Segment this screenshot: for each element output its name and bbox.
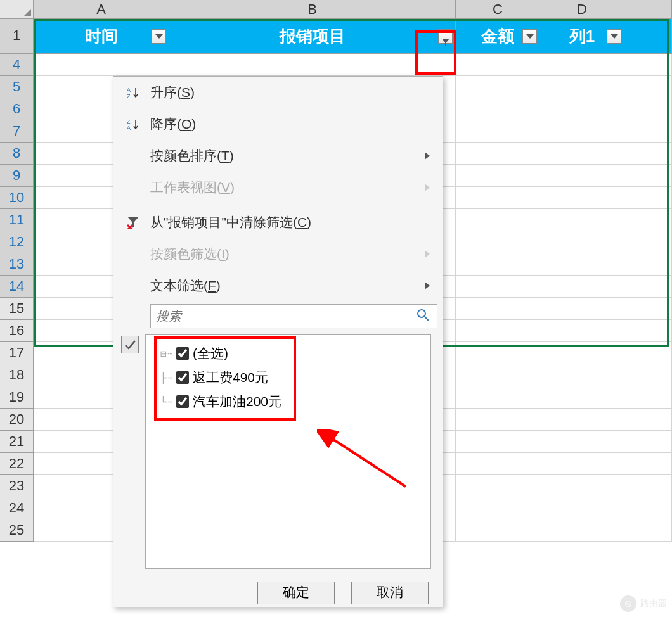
cell[interactable] bbox=[540, 497, 624, 519]
cell[interactable] bbox=[456, 298, 540, 320]
cell[interactable] bbox=[456, 76, 540, 98]
row-header[interactable]: 8 bbox=[0, 143, 34, 165]
cell[interactable] bbox=[456, 165, 540, 187]
cell[interactable] bbox=[624, 386, 672, 409]
cell[interactable] bbox=[624, 54, 672, 76]
cell[interactable] bbox=[540, 364, 624, 386]
cell[interactable] bbox=[624, 231, 672, 253]
row-header[interactable]: 7 bbox=[0, 120, 34, 143]
row-header-1[interactable]: 1 bbox=[0, 19, 34, 54]
row-header[interactable]: 4 bbox=[0, 54, 34, 76]
cell[interactable] bbox=[624, 409, 672, 431]
cell[interactable] bbox=[624, 298, 672, 320]
header-cell-col1[interactable]: 列1 bbox=[540, 19, 624, 54]
cell[interactable] bbox=[540, 54, 624, 76]
cell[interactable] bbox=[624, 143, 672, 165]
cell[interactable] bbox=[624, 342, 672, 364]
cell[interactable] bbox=[456, 54, 540, 76]
row-header[interactable]: 6 bbox=[0, 98, 34, 120]
cell[interactable] bbox=[540, 431, 624, 453]
cancel-button[interactable]: 取消 bbox=[351, 582, 429, 604]
col-header-E[interactable] bbox=[624, 0, 672, 19]
row-header[interactable]: 21 bbox=[0, 431, 34, 453]
row-header[interactable]: 25 bbox=[0, 519, 34, 542]
cell[interactable] bbox=[456, 209, 540, 231]
checkbox-item-0[interactable] bbox=[176, 371, 189, 384]
ok-button[interactable]: 确定 bbox=[257, 582, 335, 604]
cell[interactable] bbox=[624, 276, 672, 298]
row-header[interactable]: 14 bbox=[0, 276, 34, 298]
cell[interactable] bbox=[624, 320, 672, 342]
cell[interactable] bbox=[540, 342, 624, 364]
row-header[interactable]: 9 bbox=[0, 165, 34, 187]
cell[interactable] bbox=[456, 475, 540, 497]
cell[interactable] bbox=[456, 187, 540, 209]
row-header[interactable]: 15 bbox=[0, 298, 34, 320]
header-cell-item[interactable]: 报销项目 bbox=[169, 19, 456, 54]
cell[interactable] bbox=[540, 519, 624, 542]
filter-button-D[interactable] bbox=[607, 29, 621, 44]
sort-by-color[interactable]: 按颜色排序(T) bbox=[113, 140, 443, 172]
cell[interactable] bbox=[456, 386, 540, 409]
row-header[interactable]: 19 bbox=[0, 386, 34, 409]
row-header[interactable]: 16 bbox=[0, 320, 34, 342]
cell[interactable] bbox=[540, 231, 624, 253]
cell[interactable] bbox=[624, 120, 672, 143]
cell[interactable] bbox=[456, 98, 540, 120]
cell[interactable] bbox=[456, 519, 540, 542]
checkbox-item-1[interactable] bbox=[176, 395, 189, 408]
row-header[interactable]: 23 bbox=[0, 475, 34, 497]
cell[interactable] bbox=[456, 364, 540, 386]
row-header[interactable]: 24 bbox=[0, 497, 34, 519]
cell[interactable] bbox=[540, 76, 624, 98]
filter-button-B[interactable] bbox=[438, 29, 453, 44]
cell[interactable] bbox=[456, 231, 540, 253]
sort-ascending[interactable]: AZ 升序(S) bbox=[113, 77, 443, 108]
cell[interactable] bbox=[540, 143, 624, 165]
row-header[interactable]: 13 bbox=[0, 253, 34, 276]
check-node-all[interactable]: ⊟┈ (全选) bbox=[153, 341, 423, 366]
cell[interactable] bbox=[540, 386, 624, 409]
cell[interactable] bbox=[34, 54, 169, 76]
check-node-item[interactable]: └┈ 汽车加油200元 bbox=[153, 390, 423, 414]
cell[interactable] bbox=[624, 253, 672, 276]
cell[interactable] bbox=[456, 253, 540, 276]
col-header-C[interactable]: C bbox=[456, 0, 540, 19]
cell[interactable] bbox=[456, 342, 540, 364]
header-cell-extra[interactable] bbox=[624, 19, 672, 54]
cell[interactable] bbox=[624, 76, 672, 98]
cell[interactable] bbox=[624, 431, 672, 453]
cell[interactable] bbox=[456, 431, 540, 453]
cell[interactable] bbox=[540, 475, 624, 497]
cell[interactable] bbox=[456, 453, 540, 475]
filter-search-input[interactable] bbox=[150, 304, 437, 328]
cell[interactable] bbox=[540, 320, 624, 342]
cell[interactable] bbox=[624, 364, 672, 386]
cell[interactable] bbox=[456, 276, 540, 298]
cell[interactable] bbox=[624, 475, 672, 497]
text-filter[interactable]: 文本筛选(F) bbox=[113, 270, 443, 302]
cell[interactable] bbox=[540, 253, 624, 276]
col-header-D[interactable]: D bbox=[540, 0, 624, 19]
cell[interactable] bbox=[540, 276, 624, 298]
cell[interactable] bbox=[540, 298, 624, 320]
row-header[interactable]: 10 bbox=[0, 187, 34, 209]
cell[interactable] bbox=[540, 453, 624, 475]
header-cell-amount[interactable]: 金额 bbox=[456, 19, 540, 54]
cell[interactable] bbox=[540, 120, 624, 143]
cell[interactable] bbox=[456, 320, 540, 342]
cell[interactable] bbox=[456, 120, 540, 143]
check-node-item[interactable]: ├┈ 返工费490元 bbox=[153, 366, 423, 390]
cell[interactable] bbox=[540, 187, 624, 209]
row-header[interactable]: 17 bbox=[0, 342, 34, 364]
cell[interactable] bbox=[624, 497, 672, 519]
filter-button-C[interactable] bbox=[522, 29, 537, 44]
cell[interactable] bbox=[624, 187, 672, 209]
row-header[interactable]: 5 bbox=[0, 76, 34, 98]
cell[interactable] bbox=[624, 98, 672, 120]
cell[interactable] bbox=[624, 519, 672, 542]
cell[interactable] bbox=[456, 497, 540, 519]
cell[interactable] bbox=[540, 165, 624, 187]
cell[interactable] bbox=[624, 165, 672, 187]
col-header-A[interactable]: A bbox=[34, 0, 169, 19]
